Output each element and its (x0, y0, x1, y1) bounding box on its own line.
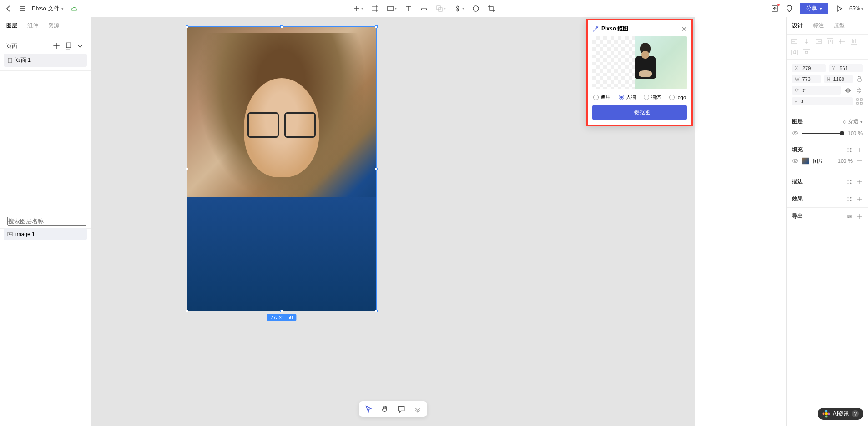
radio-logo[interactable]: logo (669, 94, 686, 100)
page-item[interactable]: 页面 1 (4, 54, 87, 67)
text-tool-icon[interactable] (405, 5, 412, 12)
tab-layers[interactable]: 图层 (6, 22, 17, 31)
crop-tool-icon[interactable] (488, 5, 495, 12)
resize-handle-tm[interactable] (280, 25, 283, 28)
svg-point-19 (794, 160, 796, 162)
align-bottom-icon[interactable] (850, 38, 858, 45)
fill-item[interactable]: 图片 100 % (792, 154, 863, 168)
resize-handle-ml[interactable] (186, 168, 188, 170)
share-button[interactable]: 分享▾ (800, 3, 828, 14)
align-right-icon[interactable] (815, 38, 822, 45)
x-field[interactable]: X-279 (792, 64, 826, 72)
radius-field[interactable]: ⌐0 (792, 97, 853, 105)
align-top-icon[interactable] (827, 38, 834, 45)
help-widget[interactable]: AI资讯 ? (818, 408, 863, 420)
flip-v-icon[interactable] (855, 87, 863, 94)
file-name[interactable]: Pixso 文件▾ (32, 5, 64, 13)
fill-style-icon[interactable] (846, 147, 853, 153)
resize-handle-tr[interactable] (375, 25, 378, 28)
zoom-control[interactable]: 65%▾ (849, 5, 863, 12)
fill-swatch[interactable] (802, 157, 809, 165)
image-layer-icon (7, 231, 13, 237)
radio-person[interactable]: 人物 (619, 94, 636, 100)
page-name: 页面 1 (15, 56, 31, 64)
lock-aspect-icon[interactable] (856, 76, 863, 82)
cloud-sync-icon[interactable] (69, 5, 77, 13)
resize-handle-mr[interactable] (375, 168, 378, 170)
svg-point-17 (848, 150, 849, 152)
align-vcenter-icon[interactable] (838, 38, 846, 45)
add-page-icon[interactable] (52, 42, 61, 50)
svg-point-30 (848, 217, 849, 218)
fill-opacity[interactable]: 100 % (838, 158, 853, 164)
rectangle-tool-icon[interactable]: ▾ (387, 5, 397, 12)
radio-general[interactable]: 通用 (593, 94, 611, 100)
layer-name: image 1 (15, 231, 35, 237)
add-fill-icon[interactable] (856, 147, 863, 153)
flip-h-icon[interactable] (844, 87, 852, 94)
tab-annotate[interactable]: 标注 (813, 22, 824, 30)
search-input[interactable] (7, 217, 86, 226)
radio-object[interactable]: 物体 (644, 94, 661, 100)
resize-handle-bm[interactable] (280, 310, 283, 312)
component-tool-icon[interactable]: ▾ (454, 5, 464, 12)
back-icon[interactable] (5, 5, 13, 13)
align-left-icon[interactable] (791, 38, 798, 45)
page-icon (7, 58, 13, 63)
add-stroke-icon[interactable] (856, 179, 863, 185)
export-settings-icon[interactable] (846, 213, 853, 220)
export-title: 导出 (792, 212, 803, 220)
add-effect-icon[interactable] (856, 196, 863, 202)
fill-visibility-icon[interactable] (792, 158, 798, 164)
svg-point-16 (850, 148, 852, 149)
add-tool-icon[interactable]: ▾ (353, 5, 363, 12)
corner-detail-icon[interactable] (856, 98, 863, 105)
w-field[interactable]: W773 (792, 75, 821, 83)
move-tool-icon[interactable] (420, 5, 428, 12)
cutout-button[interactable]: 一键抠图 (592, 105, 687, 120)
menu-icon[interactable] (18, 5, 26, 13)
tab-assets[interactable]: 资源 (48, 22, 59, 31)
resize-handle-tl[interactable] (186, 25, 188, 28)
tab-prototype[interactable]: 原型 (834, 22, 845, 30)
stroke-style-icon[interactable] (846, 179, 853, 185)
comment-tool-icon[interactable] (397, 405, 405, 413)
collapse-pages-icon[interactable] (76, 42, 84, 50)
boolean-tool-icon[interactable]: ▾ (436, 5, 446, 12)
cutout-mode-radios: 通用 人物 物体 logo (592, 89, 687, 105)
play-icon[interactable] (835, 5, 843, 13)
resize-handle-bl[interactable] (186, 310, 188, 312)
ellipse-tool-icon[interactable] (472, 5, 479, 12)
distribute-h-icon[interactable] (791, 49, 798, 55)
rotation-field[interactable]: ⟳0° (792, 86, 841, 95)
close-icon[interactable]: ✕ (681, 25, 687, 33)
layer-item[interactable]: image 1 (4, 228, 87, 240)
h-field[interactable]: H1160 (824, 75, 853, 83)
transform-section: X-279 Y-561 W773 H1160 ⟳0° ⌐0 (787, 60, 868, 113)
remove-fill-icon[interactable] (856, 158, 863, 164)
tab-components[interactable]: 组件 (27, 22, 38, 31)
hand-tool-icon[interactable] (381, 405, 389, 413)
layer-search[interactable] (0, 214, 91, 229)
frame-tool-icon[interactable] (371, 5, 378, 12)
copy-page-icon[interactable] (64, 42, 72, 50)
cutout-preview (592, 36, 687, 89)
opacity-slider[interactable] (802, 133, 844, 134)
add-export-icon[interactable] (856, 213, 863, 220)
visibility-icon[interactable] (792, 130, 798, 136)
distribute-v-icon[interactable] (803, 49, 810, 55)
pointer-tool-icon[interactable] (364, 405, 373, 413)
resize-handle-br[interactable] (375, 310, 378, 312)
blend-mode[interactable]: ◇穿透▾ (843, 118, 863, 125)
more-tools-icon[interactable] (414, 405, 422, 413)
effect-style-icon[interactable] (846, 196, 853, 202)
export-icon[interactable] (771, 5, 779, 13)
left-tabs: 图层 组件 资源 (0, 17, 91, 36)
location-icon[interactable] (785, 5, 793, 13)
tab-design[interactable]: 设计 (792, 22, 803, 30)
selected-image[interactable]: 773×1160 (187, 26, 377, 311)
opacity-value[interactable]: 100 % (848, 130, 863, 136)
y-field[interactable]: Y-561 (829, 64, 863, 72)
align-hcenter-icon[interactable] (803, 38, 810, 45)
svg-point-34 (822, 413, 824, 415)
